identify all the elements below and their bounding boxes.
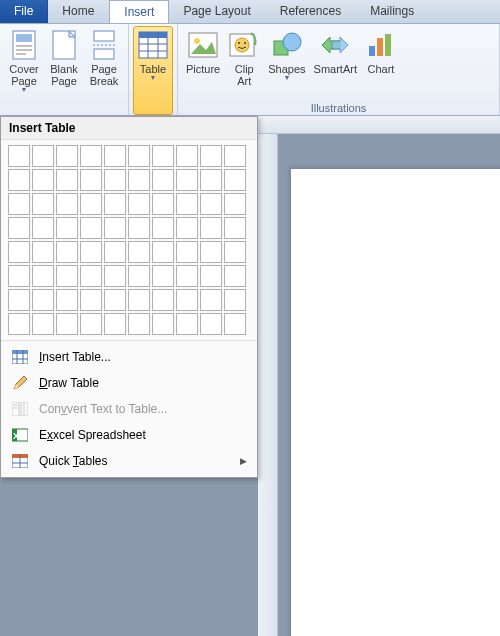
- grid-cell[interactable]: [224, 289, 246, 311]
- grid-cell[interactable]: [8, 265, 30, 287]
- menu-label: Insert Table...: [39, 350, 111, 364]
- grid-cell[interactable]: [224, 217, 246, 239]
- grid-cell[interactable]: [176, 145, 198, 167]
- grid-cell[interactable]: [104, 265, 126, 287]
- menu-insert-table[interactable]: Insert Table...: [1, 344, 257, 370]
- tab-file[interactable]: File: [0, 0, 48, 23]
- grid-cell[interactable]: [104, 193, 126, 215]
- grid-cell[interactable]: [224, 265, 246, 287]
- grid-cell[interactable]: [80, 241, 102, 263]
- grid-cell[interactable]: [80, 217, 102, 239]
- grid-cell[interactable]: [200, 313, 222, 335]
- grid-cell[interactable]: [56, 193, 78, 215]
- grid-cell[interactable]: [152, 313, 174, 335]
- page-break-button[interactable]: Page Break: [84, 26, 124, 115]
- grid-cell[interactable]: [128, 193, 150, 215]
- grid-cell[interactable]: [56, 265, 78, 287]
- menu-excel-spreadsheet[interactable]: X Exxcel Spreadsheet: [1, 422, 257, 448]
- grid-cell[interactable]: [8, 145, 30, 167]
- grid-cell[interactable]: [200, 193, 222, 215]
- grid-cell[interactable]: [152, 265, 174, 287]
- grid-cell[interactable]: [152, 169, 174, 191]
- grid-cell[interactable]: [224, 313, 246, 335]
- grid-cell[interactable]: [80, 265, 102, 287]
- grid-cell[interactable]: [80, 169, 102, 191]
- grid-cell[interactable]: [128, 241, 150, 263]
- grid-cell[interactable]: [8, 313, 30, 335]
- tab-pagelayout[interactable]: Page Layout: [169, 0, 265, 23]
- group-tables: Table ▼: [129, 24, 178, 115]
- grid-cell[interactable]: [104, 313, 126, 335]
- grid-cell[interactable]: [176, 289, 198, 311]
- grid-cell[interactable]: [152, 145, 174, 167]
- grid-cell[interactable]: [80, 193, 102, 215]
- grid-cell[interactable]: [104, 241, 126, 263]
- grid-cell[interactable]: [104, 289, 126, 311]
- tab-mailings[interactable]: Mailings: [356, 0, 429, 23]
- horizontal-ruler[interactable]: [258, 116, 500, 134]
- grid-cell[interactable]: [80, 313, 102, 335]
- grid-cell[interactable]: [152, 217, 174, 239]
- grid-cell[interactable]: [200, 241, 222, 263]
- table-button[interactable]: Table ▼: [133, 26, 173, 115]
- grid-cell[interactable]: [152, 289, 174, 311]
- grid-cell[interactable]: [32, 289, 54, 311]
- grid-cell[interactable]: [128, 265, 150, 287]
- grid-cell[interactable]: [104, 217, 126, 239]
- grid-cell[interactable]: [200, 289, 222, 311]
- grid-cell[interactable]: [80, 145, 102, 167]
- grid-cell[interactable]: [56, 169, 78, 191]
- grid-cell[interactable]: [200, 265, 222, 287]
- grid-cell[interactable]: [128, 169, 150, 191]
- blank-page-button[interactable]: Blank Page: [44, 26, 84, 115]
- grid-cell[interactable]: [176, 313, 198, 335]
- grid-cell[interactable]: [8, 217, 30, 239]
- grid-cell[interactable]: [128, 289, 150, 311]
- grid-cell[interactable]: [224, 193, 246, 215]
- grid-cell[interactable]: [200, 169, 222, 191]
- grid-cell[interactable]: [200, 217, 222, 239]
- grid-cell[interactable]: [32, 265, 54, 287]
- grid-cell[interactable]: [104, 169, 126, 191]
- grid-cell[interactable]: [56, 145, 78, 167]
- tab-references[interactable]: References: [266, 0, 356, 23]
- menu-quick-tables[interactable]: Quick Tables ▶: [1, 448, 257, 474]
- grid-cell[interactable]: [200, 145, 222, 167]
- menu-draw-table[interactable]: Draw Table: [1, 370, 257, 396]
- grid-cell[interactable]: [152, 241, 174, 263]
- grid-cell[interactable]: [176, 193, 198, 215]
- grid-cell[interactable]: [32, 169, 54, 191]
- tab-home[interactable]: Home: [48, 0, 109, 23]
- grid-cell[interactable]: [80, 289, 102, 311]
- grid-cell[interactable]: [224, 145, 246, 167]
- grid-cell[interactable]: [8, 193, 30, 215]
- grid-cell[interactable]: [32, 145, 54, 167]
- grid-cell[interactable]: [56, 217, 78, 239]
- grid-cell[interactable]: [56, 289, 78, 311]
- grid-cell[interactable]: [32, 193, 54, 215]
- grid-cell[interactable]: [104, 145, 126, 167]
- document-page[interactable]: [290, 168, 500, 636]
- grid-cell[interactable]: [8, 241, 30, 263]
- grid-cell[interactable]: [32, 241, 54, 263]
- grid-cell[interactable]: [56, 241, 78, 263]
- grid-cell[interactable]: [8, 169, 30, 191]
- grid-cell[interactable]: [176, 217, 198, 239]
- grid-cell[interactable]: [128, 217, 150, 239]
- grid-cell[interactable]: [8, 289, 30, 311]
- grid-cell[interactable]: [176, 241, 198, 263]
- grid-cell[interactable]: [32, 217, 54, 239]
- grid-cell[interactable]: [128, 145, 150, 167]
- grid-cell[interactable]: [176, 169, 198, 191]
- grid-cell[interactable]: [56, 313, 78, 335]
- grid-cell[interactable]: [32, 313, 54, 335]
- grid-cell[interactable]: [128, 313, 150, 335]
- tab-insert[interactable]: Insert: [109, 0, 169, 23]
- grid-cell[interactable]: [224, 241, 246, 263]
- table-grid-picker[interactable]: [1, 140, 257, 340]
- cover-page-button[interactable]: Cover Page ▼: [4, 26, 44, 115]
- grid-cell[interactable]: [176, 265, 198, 287]
- grid-cell[interactable]: [152, 193, 174, 215]
- vertical-ruler[interactable]: [258, 134, 278, 636]
- grid-cell[interactable]: [224, 169, 246, 191]
